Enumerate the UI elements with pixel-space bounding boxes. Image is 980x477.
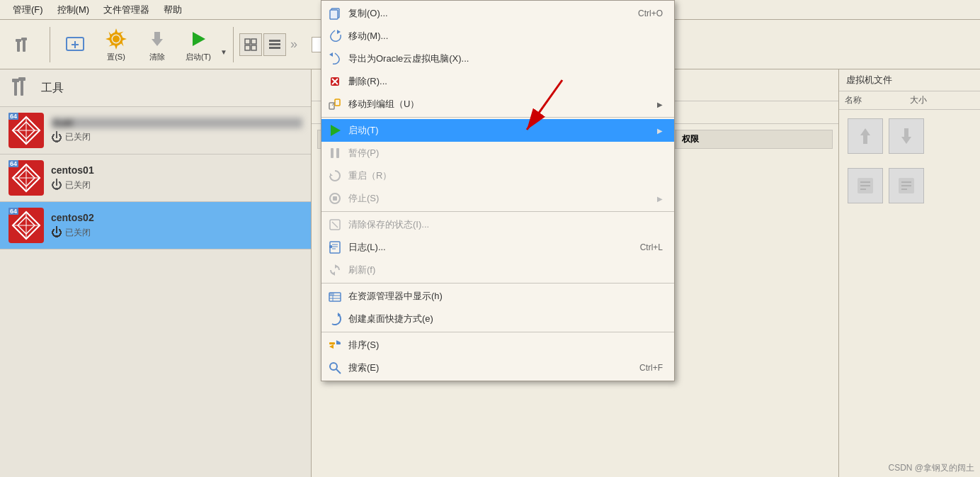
ctx-sort[interactable]: 排序(S) (321, 334, 674, 357)
menu-manage[interactable]: 管理(F) (6, 2, 50, 18)
view-grid-btn[interactable] (239, 33, 262, 56)
ctx-shortcut[interactable]: 创建桌面快捷方式(e) (321, 308, 674, 330)
ctx-start[interactable]: 启动(T) ▶ (321, 119, 674, 142)
svg-marker-89 (335, 264, 338, 269)
svg-rect-78 (336, 148, 339, 158)
clear-label: 清除 (149, 52, 165, 62)
svg-marker-90 (332, 271, 335, 276)
ctx-pause-label: 暂停(P) (348, 147, 663, 159)
svg-rect-18 (269, 47, 280, 49)
ctx-refresh-label: 刷新(f) (348, 264, 663, 276)
ctx-clear-state-label: 清除保存的状态(I)... (348, 218, 663, 231)
svg-marker-68 (329, 52, 333, 57)
svg-rect-92 (329, 293, 334, 296)
svg-marker-79 (330, 173, 333, 176)
col-perms: 权限 (676, 130, 833, 149)
ctx-log-label: 日志(L)... (348, 241, 634, 254)
group-icon (327, 96, 343, 112)
vm-info-2: centos02 ⏻ 已关闭 (51, 212, 302, 239)
ctx-search-label: 搜索(E) (348, 361, 634, 374)
ctx-delete[interactable]: 删除(R)... (321, 70, 674, 93)
ctx-stop-label: 停止(S) (348, 192, 651, 205)
toolbar-start-btn[interactable]: 启动(T) (179, 23, 217, 65)
svg-marker-56 (901, 128, 911, 144)
ctx-export-label: 导出为Oracle云虚拟电脑(X)... (348, 52, 663, 65)
watermark: CSDN @拿钢叉的阔土 (888, 462, 974, 474)
file-col-size: 大小 (910, 94, 975, 106)
ctx-restart: 重启（R） (321, 164, 674, 187)
file-upload-icon[interactable] (848, 118, 883, 154)
svg-rect-81 (333, 196, 337, 201)
toolbar-new-btn[interactable] (56, 29, 94, 60)
more-icon[interactable]: » (290, 37, 297, 52)
toolbar-clear-btn[interactable]: 清除 (138, 23, 176, 65)
dropdown-arrow-icon[interactable]: ▼ (220, 48, 227, 56)
menu-file-manager[interactable]: 文件管理器 (96, 2, 156, 18)
vm-icon-1: 64 (8, 160, 44, 196)
menu-help[interactable]: 帮助 (156, 2, 189, 18)
pause-icon (327, 145, 343, 161)
ctx-move-group-arrow: ▶ (657, 101, 663, 108)
svg-point-9 (113, 36, 119, 42)
vm-badge-0: 64 (8, 113, 18, 120)
ctx-move-label: 移动(M)... (348, 30, 663, 43)
ctx-refresh: 刷新(f) (321, 259, 674, 281)
tools-icon (8, 75, 34, 101)
ctx-move[interactable]: 移动(M)... (321, 25, 674, 47)
file-download-icon[interactable] (889, 118, 924, 154)
ctx-explorer[interactable]: 在资源管理器中显示(h) (321, 285, 674, 308)
delete-icon (327, 74, 343, 89)
vm-status-2: ⏻ 已关闭 (51, 226, 302, 239)
export-icon (327, 51, 343, 67)
ctx-shortcut-label: 创建桌面快捷方式(e) (348, 313, 663, 325)
toolbar-settings-btn[interactable]: 置(S) (97, 23, 135, 65)
file-panel-header: 虚拟机文件 (839, 69, 980, 91)
ctx-copy[interactable]: 复制(O)... Ctrl+O (321, 2, 674, 25)
svg-marker-11 (193, 32, 205, 46)
file-panel: 虚拟机文件 名称 大小 (838, 69, 980, 477)
ctx-export[interactable]: 导出为Oracle云虚拟电脑(X)... (321, 47, 674, 70)
file-icon-1 (848, 168, 883, 203)
view-list-btn[interactable] (263, 33, 286, 56)
svg-rect-88 (329, 245, 332, 248)
vm-status-1: ⏻ 已关闭 (51, 179, 302, 191)
ctx-stop-arrow: ▶ (657, 195, 663, 203)
svg-rect-12 (245, 39, 250, 44)
toolbar-tools-btn[interactable] (6, 29, 44, 60)
vm-icon-2: 64 (8, 208, 44, 243)
ctx-search[interactable]: 搜索(E) Ctrl+F (321, 357, 674, 379)
svg-marker-100 (329, 344, 334, 349)
svg-rect-0 (17, 40, 20, 52)
copy-icon (327, 6, 343, 21)
vm-status-0: ⏻ 已关闭 (51, 131, 302, 144)
svg-marker-55 (860, 128, 870, 144)
ctx-restart-label: 重启（R） (348, 169, 663, 182)
restart-icon (327, 168, 343, 184)
ctx-sep-1 (321, 117, 674, 118)
shortcut-icon (327, 311, 343, 327)
ctx-log-shortcut: Ctrl+L (640, 242, 663, 252)
log-icon (327, 240, 343, 255)
stop-icon (327, 191, 343, 206)
svg-rect-21 (12, 79, 19, 82)
ctx-stop: 停止(S) ▶ (321, 187, 674, 210)
vm-item-2[interactable]: 64 centos02 (0, 202, 311, 249)
toolbar-sep-1 (50, 27, 50, 62)
ctx-move-group[interactable]: 移动到编组（U） ▶ (321, 93, 674, 116)
tools-label: 工具 (41, 81, 64, 96)
svg-rect-16 (269, 40, 280, 42)
svg-rect-66 (330, 10, 338, 19)
start-ctx-icon (327, 123, 343, 138)
svg-rect-3 (21, 38, 27, 40)
tools-section: 工具 (0, 69, 311, 107)
svg-rect-2 (16, 39, 21, 42)
ctx-delete-label: 删除(R)... (348, 75, 663, 88)
vm-item-1[interactable]: 64 centos01 (0, 155, 311, 202)
vm-item-0[interactable]: 64 EaM (0, 107, 311, 155)
svg-rect-13 (251, 39, 256, 44)
vm-info-0: EaM ⏻ 已关闭 (51, 118, 302, 144)
ctx-log[interactable]: 日志(L)... Ctrl+L (321, 236, 674, 259)
menu-control[interactable]: 控制(M) (50, 2, 97, 18)
vm-name-0: EaM (51, 118, 302, 128)
vm-name-1: centos01 (51, 164, 302, 176)
